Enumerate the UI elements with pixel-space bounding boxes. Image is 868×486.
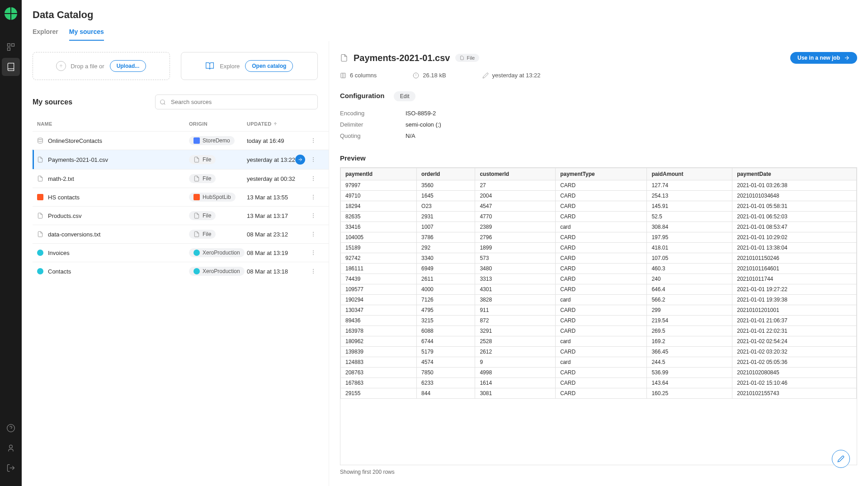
preview-header: paymentDate bbox=[732, 168, 857, 180]
preview-table: paymentIdorderIdcustomerIdpaymentTypepai… bbox=[340, 168, 857, 399]
svg-point-3 bbox=[7, 425, 15, 432]
tab-my-sources[interactable]: My sources bbox=[69, 28, 104, 41]
updated-text: yesterday at 13:22 bbox=[247, 156, 295, 163]
preview-row: 19029471263828card566.22021-01-01 19:39:… bbox=[341, 295, 857, 305]
sources-panel: Drop a file or Upload... Explore Open ca… bbox=[22, 41, 329, 486]
file-icon bbox=[193, 212, 200, 219]
more-button[interactable] bbox=[309, 174, 318, 183]
col-origin[interactable]: ORIGIN bbox=[189, 121, 247, 127]
origin-badge: File bbox=[189, 174, 216, 183]
preview-row: 3341610072389card308.842021-01-01 08:53:… bbox=[341, 222, 857, 232]
edit-button[interactable]: Edit bbox=[394, 91, 416, 101]
upload-button[interactable]: Upload... bbox=[110, 60, 146, 72]
user-icon[interactable] bbox=[2, 439, 20, 457]
source-name: Payments-2021-01.csv bbox=[48, 156, 108, 163]
svg-point-9 bbox=[38, 138, 43, 140]
more-button[interactable] bbox=[309, 211, 318, 220]
nav-catalog-icon[interactable] bbox=[2, 58, 20, 76]
sources-title: My sources bbox=[33, 98, 72, 106]
preview-row: 18294O234547CARD145.912021-01-01 05:58:3… bbox=[341, 201, 857, 212]
preview-row: 151892921899CARD418.012021-01-01 13:38:0… bbox=[341, 243, 857, 253]
help-icon[interactable] bbox=[2, 419, 20, 437]
explore-area: Explore Open catalog bbox=[181, 52, 318, 80]
table-row[interactable]: math-2.txtFileyesterday at 00:32 bbox=[33, 169, 329, 188]
more-button[interactable] bbox=[309, 155, 318, 164]
preview-row: 16397860883291CARD269.52021-01-01 22:02:… bbox=[341, 326, 857, 336]
svg-point-28 bbox=[313, 236, 314, 236]
xero-icon bbox=[37, 268, 43, 274]
file-icon bbox=[193, 156, 200, 163]
source-name: HS contacts bbox=[48, 194, 80, 201]
tab-explorer[interactable]: Explorer bbox=[33, 28, 58, 41]
source-name: Invoices bbox=[48, 250, 70, 256]
open-arrow-button[interactable] bbox=[295, 155, 305, 165]
preview-row: 13983951792612CARD366.452021-01-02 03:20… bbox=[341, 347, 857, 357]
drop-file-area[interactable]: Drop a file or Upload... bbox=[33, 52, 170, 80]
table-row[interactable]: OnlineStoreContactsStoreDemotoday at 16:… bbox=[33, 131, 329, 150]
updated-text: 08 Mar at 23:12 bbox=[247, 231, 288, 238]
table-row[interactable]: InvoicesXeroProduction08 Mar at 13:19 bbox=[33, 243, 329, 262]
database-icon bbox=[37, 137, 43, 144]
svg-point-30 bbox=[313, 252, 314, 253]
logout-icon[interactable] bbox=[2, 459, 20, 477]
source-name: math-2.txt bbox=[48, 175, 74, 182]
hubspot-icon bbox=[193, 194, 200, 200]
configuration-section: Configuration Edit EncodingISO-8859-2Del… bbox=[340, 91, 864, 154]
preview-row: 16786362331614CARD143.642021-01-02 15:10… bbox=[341, 378, 857, 388]
col-updated[interactable]: UPDATED bbox=[247, 121, 296, 127]
origin-badge: File bbox=[189, 230, 216, 239]
preview-row: 4971016452004CARD254.1320210101034648 bbox=[341, 191, 857, 201]
table-row[interactable]: Payments-2021-01.csvFileyesterday at 13:… bbox=[33, 150, 329, 169]
preview-header: paymentId bbox=[341, 168, 417, 180]
config-row: QuotingN/A bbox=[340, 130, 864, 142]
preview-row: 10400537862796CARD197.952021-01-01 10:29… bbox=[341, 232, 857, 243]
page-title: Data Catalog bbox=[33, 9, 857, 21]
table-row[interactable]: data-conversions.txtFile08 Mar at 23:12 bbox=[33, 225, 329, 243]
use-in-new-job-button[interactable]: Use in a new job bbox=[790, 52, 857, 64]
config-title: Configuration bbox=[340, 92, 384, 99]
table-row[interactable]: Products.csvFile13 Mar at 13:17 bbox=[33, 206, 329, 225]
file-icon bbox=[193, 175, 200, 182]
svg-point-7 bbox=[160, 99, 165, 104]
table-row[interactable]: ContactsXeroProduction08 Mar at 13:18 bbox=[33, 262, 329, 280]
xero-icon bbox=[193, 250, 200, 256]
preview-header: customerId bbox=[475, 168, 556, 180]
preview-header: paymentType bbox=[556, 168, 647, 180]
edit-fab-button[interactable] bbox=[832, 450, 850, 468]
col-name[interactable]: NAME bbox=[37, 121, 189, 127]
preview-table-scroll[interactable]: paymentIdorderIdcustomerIdpaymentTypepai… bbox=[340, 167, 857, 465]
svg-rect-1 bbox=[12, 44, 14, 47]
detail-panel: Payments-2021-01.csv File Use in a new j… bbox=[329, 41, 868, 486]
preview-row: 10957740004301CARD646.42021-01-01 19:27:… bbox=[341, 284, 857, 295]
svg-point-31 bbox=[313, 254, 314, 255]
updated-text: 13 Mar at 13:55 bbox=[247, 194, 288, 201]
search-input[interactable] bbox=[155, 94, 318, 109]
open-catalog-button[interactable]: Open catalog bbox=[245, 60, 293, 72]
xero-icon bbox=[193, 268, 200, 274]
svg-point-11 bbox=[313, 140, 314, 141]
file-icon bbox=[37, 212, 43, 219]
preview-row: 97997356027CARD127.742021-01-01 03:26:38 bbox=[341, 180, 857, 191]
store-icon bbox=[193, 137, 200, 144]
preview-row: 291558443081CARD160.2520210102155743 bbox=[341, 388, 857, 399]
source-name: Contacts bbox=[48, 268, 71, 275]
svg-point-12 bbox=[313, 142, 314, 143]
source-name: data-conversions.txt bbox=[48, 231, 100, 238]
tabs: Explorer My sources bbox=[33, 28, 857, 41]
updated-text: 13 Mar at 13:17 bbox=[247, 212, 288, 219]
preview-title: Preview bbox=[340, 154, 857, 162]
file-icon bbox=[37, 156, 43, 163]
more-button[interactable] bbox=[309, 230, 318, 239]
more-button[interactable] bbox=[309, 267, 318, 276]
more-button[interactable] bbox=[309, 136, 318, 145]
hubspot-icon bbox=[37, 194, 43, 200]
sidebar bbox=[0, 0, 22, 486]
table-row[interactable]: HS contactsHubSpotLib13 Mar at 13:55 bbox=[33, 188, 329, 206]
nav-jobs-icon[interactable] bbox=[2, 38, 20, 56]
more-button[interactable] bbox=[309, 193, 318, 202]
source-name: Products.csv bbox=[48, 212, 81, 219]
preview-row: 894363215872CARD219.542021-01-01 21:06:3… bbox=[341, 316, 857, 326]
origin-badge: XeroProduction bbox=[189, 267, 245, 276]
more-button[interactable] bbox=[309, 248, 318, 257]
svg-point-18 bbox=[313, 178, 314, 179]
